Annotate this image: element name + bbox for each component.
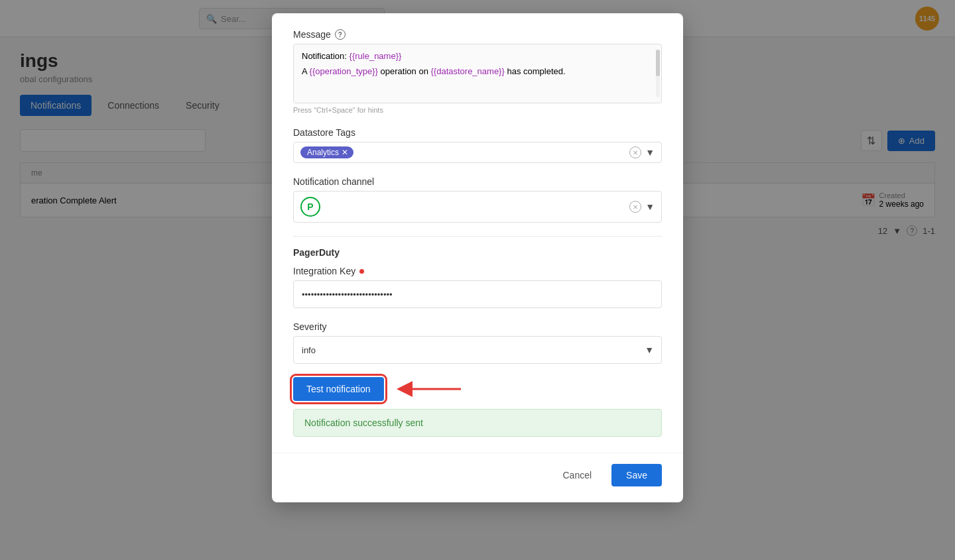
integration-key-group: Integration Key bbox=[293, 266, 662, 308]
test-notification-row: Test notification bbox=[293, 377, 662, 401]
section-divider bbox=[293, 236, 662, 237]
pagerduty-icon: P bbox=[300, 197, 320, 217]
message-group: Message ? Notification: {{rule_name}} A … bbox=[293, 29, 662, 114]
severity-wrapper: info critical error warning ▼ bbox=[293, 336, 662, 364]
notification-channel-label: Notification channel bbox=[293, 176, 662, 187]
success-banner: Notification successfully sent bbox=[293, 409, 662, 437]
datastore-tags-group: Datastore Tags Analytics ✕ ✕ ▼ bbox=[293, 127, 662, 163]
analytics-tag[interactable]: Analytics ✕ bbox=[300, 146, 353, 158]
message-hint: Press "Ctrl+Space" for hints bbox=[293, 106, 662, 114]
datastore-tags-label: Datastore Tags bbox=[293, 127, 662, 138]
severity-group: Severity info critical error warning ▼ bbox=[293, 321, 662, 364]
severity-label: Severity bbox=[293, 321, 662, 332]
save-button[interactable]: Save bbox=[611, 464, 662, 486]
integration-key-label: Integration Key bbox=[293, 266, 662, 276]
modal-dialog: Message ? Notification: {{rule_name}} A … bbox=[272, 13, 683, 502]
clear-tags-button[interactable]: ✕ bbox=[629, 146, 641, 158]
modal-body: Message ? Notification: {{rule_name}} A … bbox=[272, 13, 683, 453]
scrollbar-thumb[interactable] bbox=[656, 50, 660, 76]
severity-select[interactable]: info critical error warning bbox=[293, 336, 662, 364]
modal-footer: Cancel Save bbox=[272, 453, 683, 502]
pagerduty-section-title: PagerDuty bbox=[293, 247, 662, 258]
message-label: Message ? bbox=[293, 29, 662, 40]
integration-key-input[interactable] bbox=[293, 280, 662, 308]
tags-chevron-icon[interactable]: ▼ bbox=[645, 147, 655, 158]
datastore-tags-select[interactable]: Analytics ✕ ✕ ▼ bbox=[293, 142, 662, 163]
message-info-icon[interactable]: ? bbox=[335, 29, 346, 40]
notification-channel-select[interactable]: P ✕ ▼ bbox=[293, 191, 662, 223]
red-arrow-indicator bbox=[395, 377, 468, 401]
modal-overlay: Message ? Notification: {{rule_name}} A … bbox=[0, 0, 955, 560]
scrollbar-track bbox=[656, 50, 660, 97]
channel-chevron-icon[interactable]: ▼ bbox=[645, 201, 655, 212]
notification-channel-group: Notification channel P ✕ ▼ bbox=[293, 176, 662, 223]
cancel-button[interactable]: Cancel bbox=[550, 464, 604, 486]
test-notification-button[interactable]: Test notification bbox=[293, 377, 384, 401]
clear-channel-button[interactable]: ✕ bbox=[629, 201, 641, 213]
remove-analytics-tag[interactable]: ✕ bbox=[342, 148, 348, 156]
message-textarea[interactable]: Notification: {{rule_name}} A {{operatio… bbox=[293, 44, 662, 103]
required-indicator bbox=[359, 269, 364, 274]
